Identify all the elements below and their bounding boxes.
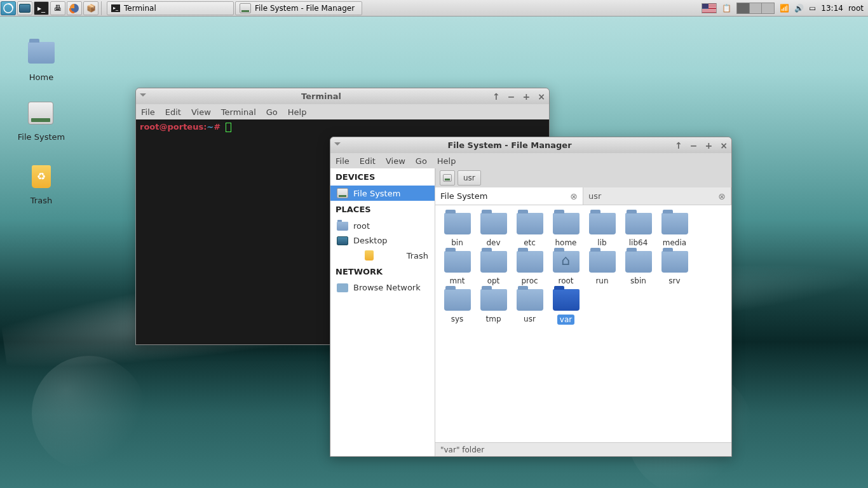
tab-close-icon[interactable]: ⊗ — [718, 191, 726, 201]
taskbar-button-label: Terminal — [124, 4, 156, 13]
clock[interactable]: 13:14 — [819, 1, 845, 15]
folder-item-opt[interactable]: opt — [475, 251, 512, 285]
folder-item-dev[interactable]: dev — [475, 213, 512, 247]
path-root-button[interactable] — [440, 170, 455, 186]
minimize-icon[interactable]: − — [508, 92, 515, 102]
folder-item-sbin[interactable]: sbin — [620, 251, 656, 285]
folder-item-tmp[interactable]: tmp — [475, 289, 512, 325]
folder-item-lib64[interactable]: lib64 — [620, 213, 656, 247]
sidebar-header-network: NETWORK — [330, 263, 435, 280]
desktop-icon-label: File System — [13, 132, 70, 142]
terminal-titlebar[interactable]: Terminal ↑ − + × — [136, 88, 549, 104]
menu-file[interactable]: File — [141, 107, 155, 117]
menu-help[interactable]: Help — [437, 156, 456, 166]
close-icon[interactable]: × — [720, 140, 728, 151]
sidebar-item-filesystem[interactable]: File System — [330, 186, 435, 201]
folder-item-run[interactable]: run — [584, 251, 620, 285]
system-tray: 📋 📶 🔊 ▭ 13:14 root — [700, 0, 868, 16]
close-icon[interactable]: × — [538, 92, 545, 102]
filemanager-sidebar: DEVICES File System PLACES root Desktop … — [330, 168, 435, 456]
sidebar-item-root[interactable]: root — [330, 218, 435, 233]
filemanager-window: File System - File Manager ↑ − + × File … — [330, 137, 732, 457]
tab-filesystem[interactable]: File System ⊗ — [435, 187, 583, 205]
folder-label: lib64 — [620, 238, 656, 247]
desktop-icon-filesystem[interactable]: File System — [13, 102, 70, 142]
sidebar-item-desktop[interactable]: Desktop — [330, 233, 435, 248]
battery-icon[interactable]: ▭ — [807, 1, 818, 15]
tab-usr[interactable]: usr ⊗ — [583, 187, 731, 205]
filemanager-titlebar[interactable]: File System - File Manager ↑ − + × — [330, 137, 731, 153]
sidebar-item-network[interactable]: Browse Network — [330, 280, 435, 295]
folder-icon — [625, 213, 652, 234]
folder-icon — [553, 289, 580, 311]
tab-label: usr — [588, 191, 601, 201]
tab-close-icon[interactable]: ⊗ — [570, 191, 578, 201]
folder-item-etc[interactable]: etc — [512, 213, 548, 247]
window-menu-icon[interactable] — [140, 93, 146, 100]
keyboard-layout-icon[interactable] — [700, 1, 719, 15]
start-menu-icon[interactable] — [1, 1, 16, 15]
firefox-launcher-icon[interactable] — [67, 1, 82, 15]
folder-icon — [589, 251, 616, 273]
desktop-icon-trash[interactable]: Trash — [13, 165, 70, 205]
desktop-icon-label: Home — [13, 72, 70, 82]
folder-item-bin[interactable]: bin — [439, 213, 475, 247]
menu-edit[interactable]: Edit — [165, 107, 181, 117]
folder-item-usr[interactable]: usr — [512, 289, 548, 325]
prompt-symbol: # — [214, 122, 220, 132]
folder-item-root[interactable]: root — [548, 251, 584, 285]
sidebar-item-label: Browse Network — [353, 283, 421, 292]
folder-item-var[interactable]: var — [548, 289, 584, 325]
filemanager-menubar: File Edit View Go Help — [330, 153, 731, 168]
menu-edit[interactable]: Edit — [360, 156, 376, 166]
menu-go[interactable]: Go — [266, 107, 278, 117]
folder-label: mnt — [439, 276, 475, 285]
folder-icon — [661, 213, 688, 234]
minimize-icon[interactable]: − — [690, 140, 698, 151]
package-launcher-icon[interactable]: 📦 — [83, 1, 98, 15]
folder-label: opt — [475, 276, 512, 285]
menu-go[interactable]: Go — [416, 156, 427, 166]
clipboard-icon[interactable]: 📋 — [720, 1, 733, 15]
folder-icon — [589, 213, 616, 234]
folder-item-sys[interactable]: sys — [439, 289, 475, 325]
sidebar-item-label: Trash — [407, 251, 428, 261]
menu-view[interactable]: View — [191, 107, 211, 117]
sidebar-item-trash[interactable]: Trash — [330, 248, 435, 263]
filemanager-launcher-icon[interactable] — [17, 1, 32, 15]
printer-launcher-icon[interactable]: 🖶 — [50, 1, 65, 15]
folder-icon — [444, 289, 471, 311]
sidebar-header-places: PLACES — [330, 201, 435, 218]
folder-item-proc[interactable]: proc — [512, 251, 548, 285]
folder-item-lib[interactable]: lib — [584, 213, 620, 247]
folder-label: proc — [512, 276, 548, 285]
terminal-icon: ▸_ — [111, 4, 120, 12]
trash-icon — [28, 165, 55, 192]
taskbar-button-label: File System - File Manager — [255, 4, 355, 13]
taskbar-button-filemanager[interactable]: File System - File Manager — [235, 1, 362, 15]
keep-above-icon[interactable]: ↑ — [492, 92, 500, 102]
desktop-icon-home[interactable]: Home — [13, 38, 70, 82]
taskbar-button-terminal[interactable]: ▸_ Terminal — [107, 1, 234, 15]
volume-icon[interactable]: 🔊 — [792, 1, 806, 15]
folder-item-media[interactable]: media — [656, 213, 693, 247]
terminal-launcher-icon[interactable]: ▸_ — [34, 1, 49, 15]
menu-help[interactable]: Help — [288, 107, 307, 117]
menu-file[interactable]: File — [336, 156, 349, 166]
maximize-icon[interactable]: + — [523, 92, 531, 102]
folder-item-srv[interactable]: srv — [656, 251, 693, 285]
taskbar: ▸_ 🖶 📦 ▸_ Terminal File System - File Ma… — [0, 0, 868, 17]
filemanager-icon-view[interactable]: bindevetchomeliblib64mediamntoptprocroot… — [435, 205, 731, 442]
path-segment-button[interactable]: usr — [458, 170, 481, 186]
keep-above-icon[interactable]: ↑ — [675, 140, 682, 151]
network-icon[interactable]: 📶 — [778, 1, 791, 15]
window-menu-icon[interactable] — [334, 142, 341, 149]
folder-icon — [337, 222, 348, 231]
user-label[interactable]: root — [846, 1, 865, 15]
maximize-icon[interactable]: + — [705, 140, 713, 151]
menu-view[interactable]: View — [386, 156, 405, 166]
folder-item-home[interactable]: home — [548, 213, 584, 247]
folder-item-mnt[interactable]: mnt — [439, 251, 475, 285]
workspace-switcher[interactable] — [735, 1, 776, 15]
menu-terminal[interactable]: Terminal — [221, 107, 256, 117]
